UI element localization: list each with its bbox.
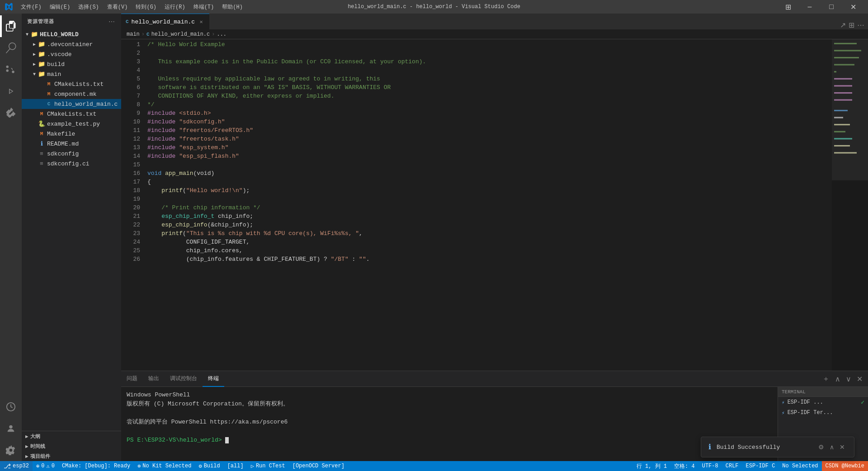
activity-settings[interactable] (0, 439, 22, 461)
open-in-editor-btn[interactable]: ↗ (840, 21, 846, 29)
tree-component-mk[interactable]: ▶ M component.mk (22, 89, 121, 99)
sdkconfig-ci-icon: ≡ (38, 160, 45, 167)
language-label: ESP-IDF C (746, 463, 775, 469)
warnings-icon: ⚠ (46, 463, 49, 470)
tree-root[interactable]: ▼ 📁 HELLO_WORLD (22, 29, 121, 39)
file-tree: ▼ 📁 HELLO_WORLD ▶ 📁 .devcontainer ▶ 📁 .v… (22, 29, 121, 431)
menu-help[interactable]: 帮助(H) (218, 2, 246, 12)
breadcrumb-ellipsis[interactable]: ... (217, 31, 226, 38)
panel-up-btn[interactable]: ∧ (833, 374, 842, 384)
code-editor[interactable]: 12345 678910 1112131415 1617181920 21222… (121, 39, 868, 371)
panel-tabs: 问题 输出 调试控制台 终端 ＋ ∧ ∨ ✕ (121, 371, 868, 387)
status-cmake[interactable]: CMake: [Debug]: Ready (58, 461, 134, 471)
project-components-label: 项目组件 (30, 453, 50, 460)
status-language[interactable]: ESP-IDF C (742, 461, 779, 471)
panel-tab-debug[interactable]: 调试控制台 (165, 371, 203, 387)
tree-cmakelists-main[interactable]: ▶ M CMakeLists.txt (22, 79, 121, 89)
activity-explorer[interactable] (0, 15, 22, 37)
notification-collapse-btn[interactable]: ∧ (828, 443, 836, 452)
tree-sdkconfig[interactable]: ▶ ≡ sdkconfig (22, 149, 121, 159)
tree-sdkconfig-ci[interactable]: ▶ ≡ sdkconfig.ci (22, 159, 121, 169)
tree-cmakelists-root[interactable]: ▶ M CMakeLists.txt (22, 109, 121, 119)
layout-btn[interactable]: ⊞ (778, 0, 798, 14)
menu-edit[interactable]: 编辑(E) (46, 2, 74, 12)
errors-icon: ⊕ (36, 463, 39, 470)
svg-point-1 (9, 425, 12, 429)
panel-tab-problems[interactable]: 问题 (121, 371, 143, 387)
activity-search[interactable] (0, 37, 22, 59)
minimize-btn[interactable]: – (799, 0, 820, 14)
notification-close-btn[interactable]: ✕ (838, 443, 847, 452)
tree-hello-world-main[interactable]: ▶ C hello_world_main.c (22, 99, 121, 109)
tree-readme[interactable]: ▶ ℹ README.md (22, 139, 121, 149)
status-build[interactable]: ⚙ Build (195, 461, 223, 471)
close-btn[interactable]: ✕ (843, 0, 863, 14)
new-terminal-btn[interactable]: ＋ (821, 373, 831, 385)
tree-example-test[interactable]: ▶ 🐍 example_test.py (22, 119, 121, 129)
status-run-ctest[interactable]: ▷ Run CTest (247, 461, 289, 471)
status-no-kit[interactable]: ⊗ No Kit Selected (134, 461, 195, 471)
py-icon: 🐍 (38, 120, 45, 127)
activity-account[interactable] (0, 418, 22, 439)
terminal-line-3 (127, 409, 772, 418)
menu-view[interactable]: 查看(V) (104, 2, 132, 12)
outline-section[interactable]: ▶ 大纲 (22, 431, 121, 441)
makefile-icon: M (38, 130, 45, 137)
timeline-label: 时间线 (30, 443, 45, 450)
menu-goto[interactable]: 转到(G) (132, 2, 160, 12)
status-remote[interactable]: ⎇ esp32 (0, 461, 33, 471)
component-mk-label: component.mk (54, 91, 97, 98)
notification-settings-btn[interactable]: ⚙ (816, 443, 826, 452)
tree-main[interactable]: ▼ 📁 main (22, 69, 121, 79)
tree-devcontainer[interactable]: ▶ 📁 .devcontainer (22, 39, 121, 49)
hello-world-main-label: hello_world_main.c (54, 101, 118, 108)
new-file-btn[interactable]: ⋯ (108, 17, 116, 26)
status-spaces[interactable]: 空格: 4 (670, 461, 698, 471)
menu-select[interactable]: 选择(S) (75, 2, 103, 12)
debug-label: 调试控制台 (170, 375, 197, 382)
tree-build[interactable]: ▶ 📁 build (22, 59, 121, 69)
activity-remote[interactable] (0, 396, 22, 418)
panel-close-btn[interactable]: ✕ (855, 374, 864, 384)
code-line-8: */ (147, 100, 832, 109)
terminal-esp-idf-2[interactable]: ⚡ ESP-IDF Ter... (778, 408, 868, 418)
status-no-selected[interactable]: No Selected (778, 461, 821, 471)
project-components-section[interactable]: ▶ 项目组件 (22, 451, 121, 461)
status-errors[interactable]: ⊕ 0 ⚠ 0 (33, 461, 58, 471)
code-line-4 (147, 66, 832, 75)
status-encoding[interactable]: UTF-8 (698, 461, 722, 471)
terminal-content[interactable]: Windows PowerShell 版权所有 (C) Microsoft Co… (121, 387, 778, 461)
menu-terminal[interactable]: 终端(T) (190, 2, 218, 12)
tree-makefile[interactable]: ▶ M Makefile (22, 129, 121, 139)
menu-file[interactable]: 文件(F) (17, 2, 45, 12)
tab-close-btn[interactable]: ✕ (198, 18, 205, 25)
esp-idf-1-check-icon: ✓ (861, 399, 864, 406)
status-position[interactable]: 行 1, 列 1 (633, 461, 670, 471)
terminal-line-4: 尝试新的跨平台 PowerShell https://aka.ms/pscore… (127, 418, 772, 427)
timeline-section[interactable]: ▶ 时间线 (22, 441, 121, 451)
activity-run[interactable] (0, 80, 22, 102)
breadcrumb-file[interactable]: Chello_world_main.c (146, 31, 210, 38)
status-line-ending[interactable]: CRLF (722, 461, 742, 471)
status-build-target[interactable]: [all] (224, 461, 247, 471)
breadcrumb-main[interactable]: main (127, 31, 140, 38)
code-line-21: esp_chip_info_t chip_info; (147, 212, 832, 221)
root-arrow-icon: ▼ (24, 31, 31, 38)
activity-source-control[interactable] (0, 59, 22, 80)
tree-vscode[interactable]: ▶ 📁 .vscode (22, 49, 121, 59)
no-kit-label: No Kit Selected (142, 463, 191, 469)
maximize-btn[interactable]: □ (821, 0, 842, 14)
editor-tab-hello-world[interactable]: C hello_world_main.c ✕ (121, 14, 209, 29)
panel-tab-output[interactable]: 输出 (143, 371, 165, 387)
activity-extensions[interactable] (0, 102, 22, 124)
code-content[interactable]: /* Hello World Example This example code… (144, 39, 832, 371)
status-openocd[interactable]: [OpenOCD Server] (289, 461, 348, 471)
terminal-prompt: PS E:\ESP32-VS\hello_world> (127, 437, 222, 443)
split-editor-btn[interactable]: ⊞ (849, 21, 854, 29)
terminal-esp-idf-1[interactable]: ⚡ ESP-IDF ... ✓ (778, 397, 868, 408)
more-actions-btn[interactable]: ⋯ (857, 21, 864, 29)
status-csdn[interactable]: CSDN @Newbie (822, 461, 868, 471)
panel-tab-terminal[interactable]: 终端 (203, 371, 224, 387)
menu-run[interactable]: 运行(R) (161, 2, 189, 12)
panel-down-btn[interactable]: ∨ (844, 374, 853, 384)
